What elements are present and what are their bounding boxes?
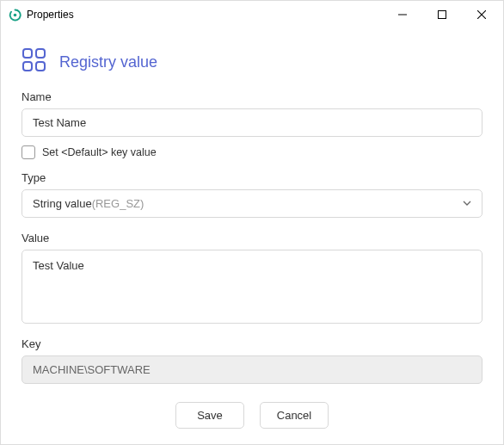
type-label: Type (22, 171, 482, 184)
type-hint: (REG_SZ) (92, 197, 144, 210)
key-label: Key (22, 337, 482, 350)
content-area: Registry value Name Set <Default> key va… (1, 28, 503, 444)
minimize-button[interactable] (383, 2, 422, 28)
key-input (22, 355, 482, 384)
value-textarea[interactable] (22, 250, 482, 324)
app-icon (8, 8, 22, 22)
page-title: Registry value (59, 53, 157, 71)
titlebar: Properties (1, 1, 503, 28)
set-default-label: Set <Default> key value (42, 146, 157, 158)
name-label: Name (22, 90, 482, 103)
svg-point-0 (13, 13, 16, 16)
type-value: String value (33, 197, 92, 210)
name-input[interactable] (22, 108, 482, 137)
svg-rect-8 (36, 62, 45, 71)
close-button[interactable] (462, 2, 501, 28)
maximize-button[interactable] (422, 2, 462, 28)
value-label: Value (22, 232, 482, 244)
registry-groups-icon (22, 47, 47, 77)
svg-rect-2 (439, 11, 446, 19)
type-select[interactable]: String value (REG_SZ) (22, 189, 482, 218)
window-title: Properties (27, 9, 74, 21)
set-default-checkbox[interactable] (22, 145, 35, 159)
save-button[interactable]: Save (175, 402, 244, 429)
set-default-row[interactable]: Set <Default> key value (22, 145, 482, 159)
cancel-button[interactable]: Cancel (260, 402, 329, 429)
svg-rect-5 (23, 49, 32, 58)
svg-rect-6 (36, 49, 45, 58)
svg-rect-7 (23, 62, 32, 71)
page-header: Registry value (22, 47, 482, 77)
dialog-buttons: Save Cancel (22, 385, 482, 429)
